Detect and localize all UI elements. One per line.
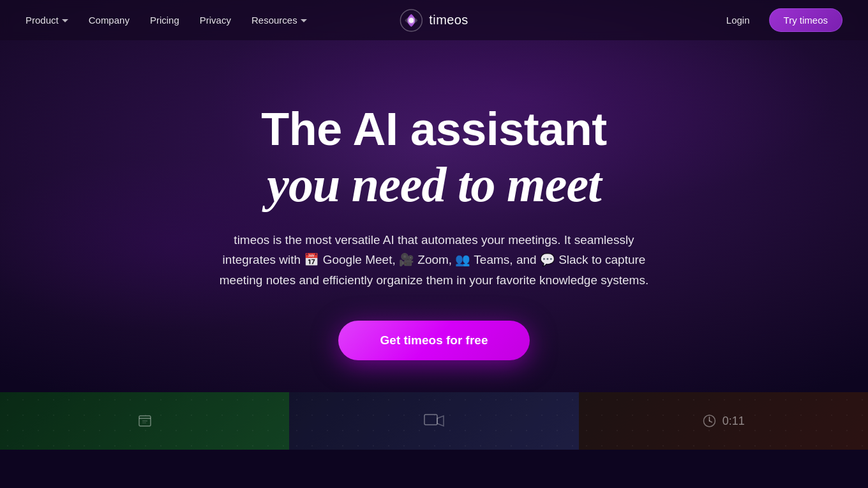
hero-subtitle: timeos is the most versatile AI that aut…	[211, 230, 657, 290]
preview-icon-2	[424, 414, 444, 428]
hero-subtitle-zoom: Zoom,	[417, 253, 455, 266]
svg-line-9	[710, 421, 712, 422]
preview-icon-1	[137, 413, 153, 429]
nav-product-label: Product	[26, 15, 59, 26]
nav-resources-label: Resources	[251, 15, 297, 26]
preview-time-text: 0:11	[722, 415, 745, 428]
preview-panel-1	[0, 392, 289, 450]
hero-subtitle-google: Google Meet,	[323, 253, 399, 266]
nav-left: Product Company Pricing Privacy Resource…	[26, 15, 307, 26]
zoom-emoji: 🎥	[399, 253, 414, 266]
preview-content-3: 0:11	[702, 413, 745, 429]
nav-pricing[interactable]: Pricing	[150, 15, 179, 26]
nav-product[interactable]: Product	[26, 15, 68, 26]
try-button[interactable]: Try timeos	[769, 8, 842, 32]
logo[interactable]: timeos	[400, 9, 468, 32]
nav-company[interactable]: Company	[89, 15, 130, 26]
google-meet-emoji: 📅	[304, 253, 319, 266]
teams-emoji: 👥	[455, 253, 470, 266]
preview-content-2	[424, 414, 444, 428]
preview-content-1	[137, 413, 153, 429]
slack-emoji: 💬	[540, 253, 555, 266]
nav-product-chevron-icon	[62, 19, 68, 22]
preview-panel-3: 0:11	[579, 392, 868, 450]
logo-icon	[400, 9, 423, 32]
nav-pricing-label: Pricing	[150, 15, 179, 26]
preview-panel-2	[289, 392, 578, 450]
nav-right: Login Try timeos	[720, 8, 842, 32]
hero-section: The AI assistant you need to meet timeos…	[0, 40, 868, 386]
navbar: Product Company Pricing Privacy Resource…	[0, 0, 868, 40]
login-button[interactable]: Login	[720, 11, 756, 29]
hero-title-line2: you need to meet	[267, 157, 601, 212]
svg-point-1	[408, 18, 414, 23]
nav-privacy-label: Privacy	[200, 15, 231, 26]
nav-resources-chevron-icon	[301, 19, 307, 22]
nav-company-label: Company	[89, 15, 130, 26]
cta-button[interactable]: Get timeos for free	[338, 321, 530, 360]
logo-text: timeos	[429, 13, 468, 27]
preview-icon-3	[702, 413, 717, 429]
hero-subtitle-teams: Teams, and	[474, 253, 540, 266]
nav-resources[interactable]: Resources	[251, 15, 307, 26]
preview-strip: 0:11	[0, 392, 868, 450]
hero-title-line1: The AI assistant	[261, 104, 607, 155]
svg-rect-6	[424, 415, 437, 425]
nav-privacy[interactable]: Privacy	[200, 15, 231, 26]
